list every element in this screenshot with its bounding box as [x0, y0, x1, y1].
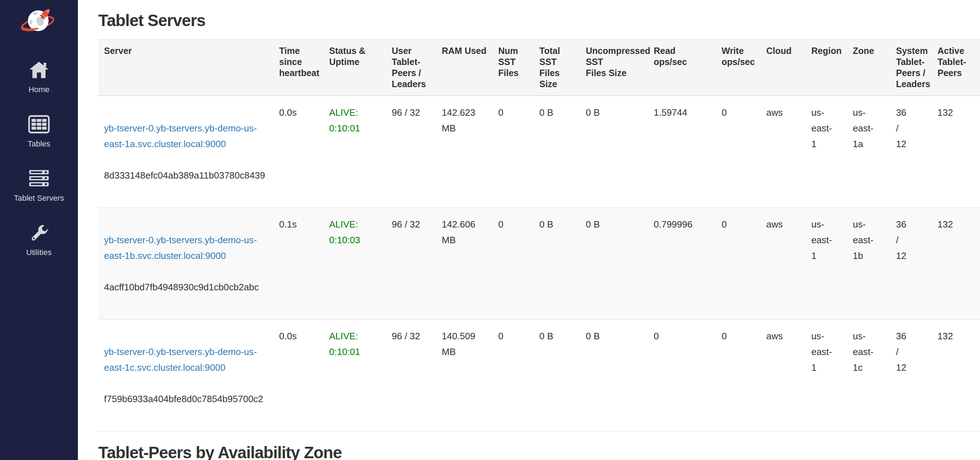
- server-address-link[interactable]: yb-tserver-0.yb-tservers.yb-demo-us- eas…: [104, 232, 268, 263]
- system-peers-cell: 36 / 12: [890, 320, 932, 431]
- tables-icon: [28, 115, 50, 136]
- active-peers-cell: 132: [932, 208, 980, 320]
- col-status-uptime: Status & Uptime: [323, 40, 386, 96]
- col-zone: Zone: [847, 40, 890, 96]
- num-sst-cell: 0: [493, 208, 534, 320]
- server-address-link[interactable]: yb-tserver-0.yb-tservers.yb-demo-us- eas…: [104, 121, 268, 152]
- col-num-sst: Num SST Files: [493, 40, 534, 96]
- wrench-icon: [29, 224, 49, 244]
- system-peers-cell: 36 / 12: [890, 208, 932, 320]
- write-ops-cell: 0: [716, 320, 760, 431]
- sidebar-item-label: Tablet Servers: [0, 194, 78, 203]
- region-cell: us- east- 1: [806, 96, 847, 208]
- page-title-az: Tablet-Peers by Availability Zone: [98, 443, 980, 460]
- cloud-cell: aws: [760, 320, 806, 431]
- server-cell: yb-tserver-0.yb-tservers.yb-demo-us- eas…: [98, 208, 274, 320]
- server-uuid: 8d333148efc04ab389a11b03780c8439: [104, 168, 268, 183]
- user-peers-cell: 96 / 32: [386, 96, 436, 208]
- server-uuid: 4acff10bd7fb4948930c9d1cb0cb2abc: [104, 279, 268, 295]
- yugabyte-logo[interactable]: [0, 4, 78, 40]
- col-cloud: Cloud: [760, 40, 806, 96]
- server-row: yb-tserver-0.yb-tservers.yb-demo-us- eas…: [98, 208, 980, 320]
- ram-used-cell: 140.509 MB: [436, 320, 493, 431]
- num-sst-cell: 0: [493, 320, 534, 431]
- heartbeat-cell: 0.0s: [274, 96, 323, 208]
- write-ops-cell: 0: [716, 96, 760, 208]
- region-cell: us- east- 1: [806, 208, 847, 320]
- main-content: Tablet Servers Server Time since heartbe…: [78, 0, 980, 460]
- col-heartbeat: Time since heartbeat: [274, 40, 323, 96]
- col-region: Region: [806, 40, 847, 96]
- page-title-tablet-servers: Tablet Servers: [98, 11, 980, 30]
- server-uuid: f759b6933a404bfe8d0c7854b95700c2: [104, 391, 268, 407]
- unc-sst-size-cell: 0 B: [580, 208, 648, 320]
- user-peers-cell: 96 / 32: [386, 208, 436, 320]
- col-active-peers: Active Tablet- Peers: [932, 40, 980, 96]
- system-peers-cell: 36 / 12: [890, 96, 932, 208]
- server-row: yb-tserver-0.yb-tservers.yb-demo-us- eas…: [98, 320, 980, 431]
- sidebar-item-home[interactable]: Home: [0, 61, 78, 94]
- rocket-globe-icon: [21, 4, 57, 38]
- sidebar-item-utilities[interactable]: Utilities: [0, 224, 78, 257]
- active-peers-cell: 132: [932, 96, 980, 208]
- unc-sst-size-cell: 0 B: [580, 320, 648, 431]
- active-peers-cell: 132: [932, 320, 980, 431]
- col-user-peers: User Tablet- Peers / Leaders: [386, 40, 436, 96]
- server-row: yb-tserver-0.yb-tservers.yb-demo-us- eas…: [98, 96, 980, 208]
- region-cell: us- east- 1: [806, 320, 847, 431]
- sidebar-item-label: Tables: [0, 139, 78, 149]
- num-sst-cell: 0: [493, 96, 534, 208]
- sst-size-cell: 0 B: [534, 208, 580, 320]
- write-ops-cell: 0: [716, 208, 760, 320]
- tablet-servers-table: Server Time since heartbeat Status & Upt…: [98, 39, 980, 431]
- cloud-cell: aws: [760, 208, 806, 320]
- sidebar-item-tables[interactable]: Tables: [0, 115, 78, 149]
- col-ram-used: RAM Used: [436, 40, 493, 96]
- heartbeat-cell: 0.1s: [274, 208, 323, 320]
- user-peers-cell: 96 / 32: [386, 320, 436, 431]
- server-cell: yb-tserver-0.yb-tservers.yb-demo-us- eas…: [98, 320, 274, 431]
- tablet-servers-icon: [28, 169, 50, 190]
- sidebar-item-label: Home: [0, 85, 78, 94]
- read-ops-cell: 0.799996: [648, 208, 716, 320]
- sidebar-item-label: Utilities: [0, 248, 78, 257]
- zone-cell: us- east- 1b: [847, 208, 890, 320]
- sst-size-cell: 0 B: [534, 320, 580, 431]
- col-system-peers: System Tablet- Peers / Leaders: [890, 40, 932, 96]
- home-icon: [29, 61, 49, 81]
- zone-cell: us- east- 1c: [847, 320, 890, 431]
- zone-cell: us- east- 1a: [847, 96, 890, 208]
- status-uptime-cell: ALIVE: 0:10:03: [323, 208, 386, 320]
- sidebar-item-tablet-servers[interactable]: Tablet Servers: [0, 169, 78, 203]
- cloud-cell: aws: [760, 96, 806, 208]
- status-uptime-cell: ALIVE: 0:10:01: [323, 96, 386, 208]
- read-ops-cell: 1.59744: [648, 96, 716, 208]
- col-write-ops: Write ops/sec: [716, 40, 760, 96]
- col-unc-sst-size: Uncompressed SST Files Size: [580, 40, 648, 96]
- col-server: Server: [98, 40, 274, 96]
- col-sst-size: Total SST Files Size: [534, 40, 580, 96]
- servers-header-row: Server Time since heartbeat Status & Upt…: [98, 40, 980, 96]
- server-address-link[interactable]: yb-tserver-0.yb-tservers.yb-demo-us- eas…: [104, 344, 268, 375]
- server-cell: yb-tserver-0.yb-tservers.yb-demo-us- eas…: [98, 96, 274, 208]
- heartbeat-cell: 0.0s: [274, 320, 323, 431]
- read-ops-cell: 0: [648, 320, 716, 431]
- ram-used-cell: 142.623 MB: [436, 96, 493, 208]
- sst-size-cell: 0 B: [534, 96, 580, 208]
- col-read-ops: Read ops/sec: [648, 40, 716, 96]
- ram-used-cell: 142.606 MB: [436, 208, 493, 320]
- status-uptime-cell: ALIVE: 0:10:01: [323, 320, 386, 431]
- sidebar: Home Tables: [0, 0, 78, 460]
- unc-sst-size-cell: 0 B: [580, 96, 648, 208]
